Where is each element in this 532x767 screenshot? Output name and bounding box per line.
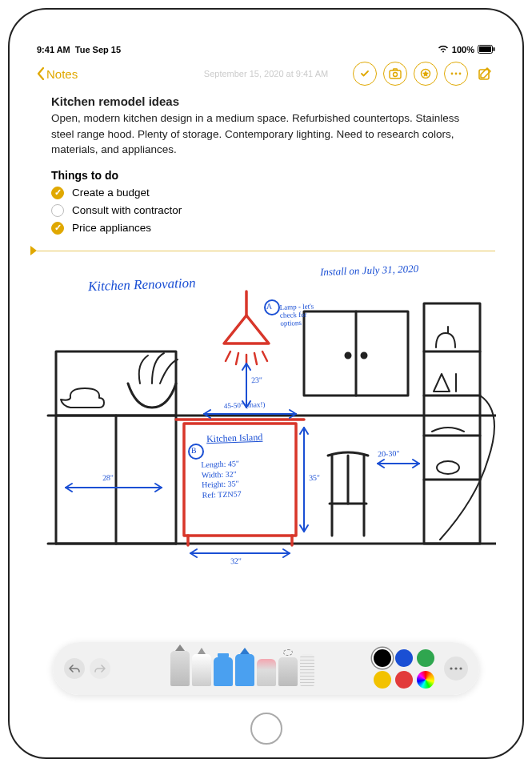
color-yellow[interactable]: [374, 671, 391, 689]
svg-point-7: [455, 73, 458, 75]
svg-rect-13: [424, 303, 480, 544]
checklist-label: Price appliances: [72, 222, 151, 234]
back-button[interactable]: Notes: [37, 67, 78, 81]
checklist-label: Create a budget: [72, 187, 150, 199]
marker-tool[interactable]: [192, 654, 211, 686]
battery-icon: [478, 45, 495, 55]
note-content[interactable]: Kitchen remodel ideas Open, modern kitch…: [29, 90, 503, 235]
back-label: Notes: [46, 67, 78, 81]
todo-header: Things to do: [51, 169, 481, 182]
svg-point-8: [459, 73, 462, 75]
lasso-tool[interactable]: [278, 657, 298, 686]
status-date: Tue Sep 15: [75, 45, 121, 54]
island-header: Kitchen Island: [206, 432, 263, 444]
dim-island-w: 32": [230, 556, 242, 564]
battery-percent: 100%: [452, 45, 474, 54]
checkbox-icon[interactable]: [51, 222, 64, 235]
pen-tool[interactable]: [170, 651, 190, 686]
kitchen-sketch-svg: [32, 255, 496, 584]
note-body: Open, modern kitchen design in a medium …: [51, 110, 481, 158]
color-palette: [374, 649, 434, 689]
ruler-tool[interactable]: [300, 654, 314, 686]
svg-point-12: [362, 353, 366, 358]
checklist-label: Consult with contractor: [72, 204, 182, 216]
note-title: Kitchen remodel ideas: [51, 94, 481, 108]
home-button[interactable]: [250, 713, 282, 745]
annotation-a-text: Lamp - let's check for options: [279, 303, 320, 327]
checkbox-icon[interactable]: [51, 187, 64, 199]
dim-right: 20-30": [378, 448, 400, 458]
pencil-tool[interactable]: [235, 654, 254, 686]
svg-rect-1: [479, 46, 491, 52]
wifi-icon: [438, 45, 449, 54]
checklist-item[interactable]: Create a budget: [51, 187, 481, 199]
color-blue[interactable]: [395, 649, 413, 667]
svg-point-18: [450, 667, 452, 669]
svg-rect-2: [494, 47, 495, 51]
svg-point-11: [346, 353, 350, 358]
color-red[interactable]: [395, 671, 413, 689]
redo-button[interactable]: [90, 658, 110, 679]
svg-point-20: [459, 667, 462, 669]
camera-button[interactable]: [383, 62, 407, 86]
markup-button[interactable]: [414, 62, 438, 86]
color-green[interactable]: [417, 649, 434, 667]
annotation-a-marker: A: [266, 302, 273, 311]
checkbox-icon[interactable]: [51, 204, 64, 217]
divider-line: [37, 251, 495, 251]
checklist-item[interactable]: Consult with contractor: [51, 204, 481, 217]
checklist-item[interactable]: Price appliances: [51, 222, 481, 235]
status-time: 9:41 AM: [37, 45, 70, 54]
undo-button[interactable]: [64, 658, 85, 679]
dim-top: 45-50" (max!): [224, 401, 266, 411]
island-specs: Length: 45" Width: 32" Height: 35" Ref: …: [201, 459, 242, 500]
tool-tray: [122, 651, 362, 686]
checklist: Create a budget Consult with contractor …: [51, 187, 481, 235]
annotation-b-marker: B: [191, 446, 197, 455]
drawing-divider[interactable]: [29, 246, 503, 255]
dim-left: 28": [102, 472, 114, 481]
compose-button[interactable]: [474, 63, 495, 84]
checklist-button[interactable]: [353, 62, 377, 86]
eraser-tool[interactable]: [257, 659, 276, 686]
svg-point-14: [437, 461, 459, 474]
svg-point-4: [394, 73, 398, 77]
svg-point-19: [454, 667, 457, 669]
svg-rect-3: [390, 70, 401, 78]
screen: 9:41 AM Tue Sep 15 100% Notes September …: [29, 42, 503, 709]
color-picker-button[interactable]: [417, 671, 434, 689]
divider-handle-icon[interactable]: [30, 246, 37, 255]
nav-bar: Notes September 15, 2020 at 9:41 AM: [29, 58, 503, 90]
dim-lamp: 23": [251, 375, 262, 384]
color-black[interactable]: [374, 649, 391, 667]
markup-toolbar: [53, 642, 479, 695]
more-button[interactable]: [444, 62, 468, 86]
status-bar: 9:41 AM Tue Sep 15 100%: [29, 42, 503, 58]
svg-point-6: [451, 73, 454, 75]
dim-island-h: 35": [309, 472, 320, 481]
ipad-frame: 9:41 AM Tue Sep 15 100% Notes September …: [8, 8, 524, 759]
toolbar-more-button[interactable]: [444, 657, 468, 681]
highlighter-tool[interactable]: [214, 657, 233, 686]
sketch-canvas[interactable]: Kitchen Renovation Install on July 31, 2…: [32, 255, 500, 584]
